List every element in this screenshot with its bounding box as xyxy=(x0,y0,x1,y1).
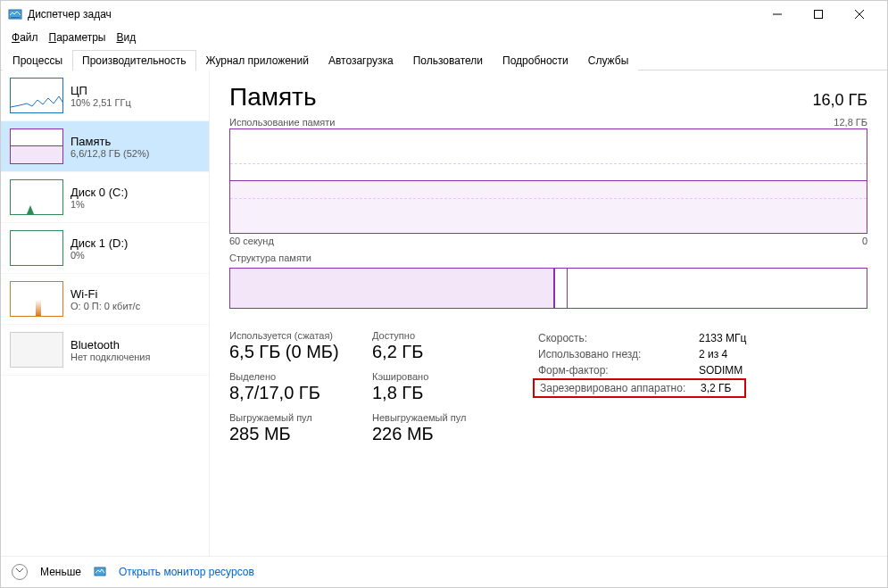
usage-graph-max: 12,8 ГБ xyxy=(834,117,867,128)
detail-form-key: Форм-фактор: xyxy=(538,364,690,377)
metric-avail-label: Доступно xyxy=(372,330,506,341)
sidebar-item-disk1[interactable]: Диск 1 (D:) 0% xyxy=(1,223,209,274)
sidebar-item-bluetooth[interactable]: Bluetooth Нет подключения xyxy=(1,325,209,376)
close-button[interactable] xyxy=(839,1,880,28)
menu-view[interactable]: Вид xyxy=(112,29,139,46)
metric-used-value: 6,5 ГБ (0 МБ) xyxy=(229,342,363,362)
detail-speed-key: Скорость: xyxy=(538,332,690,344)
menu-options[interactable]: Параметры xyxy=(46,29,110,46)
task-manager-window: Диспетчер задач Файл Параметры Вид Проце… xyxy=(0,0,888,588)
tab-performance[interactable]: Производительность xyxy=(72,50,195,70)
metric-commit-value: 8,7/17,0 ГБ xyxy=(229,383,363,403)
tab-processes[interactable]: Процессы xyxy=(3,50,72,70)
minimize-button[interactable] xyxy=(757,1,798,28)
titlebar: Диспетчер задач xyxy=(1,1,887,28)
detail-reserved-key: Зарезервировано аппаратно: xyxy=(540,382,692,394)
open-resource-monitor-link[interactable]: Открыть монитор ресурсов xyxy=(119,566,254,578)
sidebar-item-label: Диск 0 (C:) xyxy=(71,186,128,199)
sidebar-item-sub: 1% xyxy=(71,199,128,210)
app-icon xyxy=(8,7,22,21)
detail-slots-key: Использовано гнезд: xyxy=(538,348,690,360)
tab-services[interactable]: Службы xyxy=(578,50,638,70)
detail-reserved-row: Зарезервировано аппаратно: 3,2 ГБ xyxy=(533,378,746,398)
fewer-details-link[interactable]: Меньше xyxy=(40,566,81,578)
svg-rect-1 xyxy=(11,17,20,18)
sidebar-item-label: Диск 1 (D:) xyxy=(71,236,128,250)
detail-speed-val: 2133 МГц xyxy=(699,332,746,344)
sidebar-item-label: Память xyxy=(71,135,149,148)
metric-avail-value: 6,2 ГБ xyxy=(372,342,506,362)
details-table: Скорость: 2133 МГц Использовано гнезд: 2… xyxy=(538,330,746,444)
sidebar-item-sub: О: 0 П: 0 кбит/с xyxy=(71,301,140,311)
footer: Меньше Открыть монитор ресурсов xyxy=(1,556,887,587)
page-title: Память xyxy=(229,83,317,112)
svg-rect-3 xyxy=(815,11,823,19)
memory-thumbnail xyxy=(10,128,63,164)
metric-cached-value: 1,8 ГБ xyxy=(372,383,506,403)
xaxis-right: 0 xyxy=(862,236,867,246)
main-panel: Память 16,0 ГБ Использование памяти 12,8… xyxy=(210,70,887,556)
sidebar-item-label: Bluetooth xyxy=(71,338,150,352)
sidebar-item-label: Wi-Fi xyxy=(71,287,140,301)
sidebar-item-cpu[interactable]: ЦП 10% 2,51 ГГц xyxy=(1,70,209,121)
detail-form-val: SODIMM xyxy=(699,364,743,377)
tab-details[interactable]: Подробности xyxy=(493,50,578,70)
usage-graph-label: Использование памяти xyxy=(229,117,335,128)
sidebar-item-sub: Нет подключения xyxy=(71,352,150,362)
performance-sidebar: ЦП 10% 2,51 ГГц Память 6,6/12,8 ГБ (52%)… xyxy=(1,70,210,556)
metric-commit-label: Выделено xyxy=(229,371,363,382)
sidebar-item-memory[interactable]: Память 6,6/12,8 ГБ (52%) xyxy=(1,121,209,172)
memory-total: 16,0 ГБ xyxy=(812,91,867,110)
tab-users[interactable]: Пользователи xyxy=(403,50,493,70)
tab-app-history[interactable]: Журнал приложений xyxy=(196,50,319,70)
sidebar-item-label: ЦП xyxy=(71,84,131,97)
metric-nonpaged-value: 226 МБ xyxy=(372,424,506,444)
window-controls xyxy=(757,1,880,28)
tabs: Процессы Производительность Журнал прило… xyxy=(1,49,887,70)
window-title: Диспетчер задач xyxy=(28,8,757,21)
metric-used-label: Используется (сжатая) xyxy=(229,330,363,341)
resource-monitor-icon xyxy=(94,566,106,578)
detail-slots-val: 2 из 4 xyxy=(699,348,727,360)
sidebar-item-wifi[interactable]: Wi-Fi О: 0 П: 0 кбит/с xyxy=(1,274,209,325)
collapse-icon[interactable] xyxy=(12,564,28,580)
memory-composition-graph xyxy=(229,268,867,309)
tab-startup[interactable]: Автозагрузка xyxy=(319,50,403,70)
struct-graph-label: Структура памяти xyxy=(229,253,311,263)
disk0-thumbnail xyxy=(10,179,63,215)
sidebar-item-sub: 6,6/12,8 ГБ (52%) xyxy=(71,148,149,159)
wifi-thumbnail xyxy=(10,281,63,317)
disk1-thumbnail xyxy=(10,230,63,266)
bluetooth-thumbnail xyxy=(10,332,63,368)
menu-file[interactable]: Файл xyxy=(8,29,42,46)
memory-usage-graph xyxy=(229,128,867,234)
metric-nonpaged-label: Невыгружаемый пул xyxy=(372,412,506,423)
xaxis-left: 60 секунд xyxy=(229,236,274,246)
metric-paged-label: Выгружаемый пул xyxy=(229,412,363,423)
metrics-grid: Используется (сжатая) 6,5 ГБ (0 МБ) Дост… xyxy=(229,330,506,444)
metric-paged-value: 285 МБ xyxy=(229,424,363,444)
sidebar-item-disk0[interactable]: Диск 0 (C:) 1% xyxy=(1,172,209,223)
maximize-button[interactable] xyxy=(798,1,839,28)
detail-reserved-val: 3,2 ГБ xyxy=(701,382,731,394)
sidebar-item-sub: 0% xyxy=(71,250,128,261)
sidebar-item-sub: 10% 2,51 ГГц xyxy=(71,97,131,108)
content-area: ЦП 10% 2,51 ГГц Память 6,6/12,8 ГБ (52%)… xyxy=(1,70,887,556)
metric-cached-label: Кэшировано xyxy=(372,371,506,382)
cpu-thumbnail xyxy=(10,78,63,113)
menubar: Файл Параметры Вид xyxy=(1,28,887,49)
